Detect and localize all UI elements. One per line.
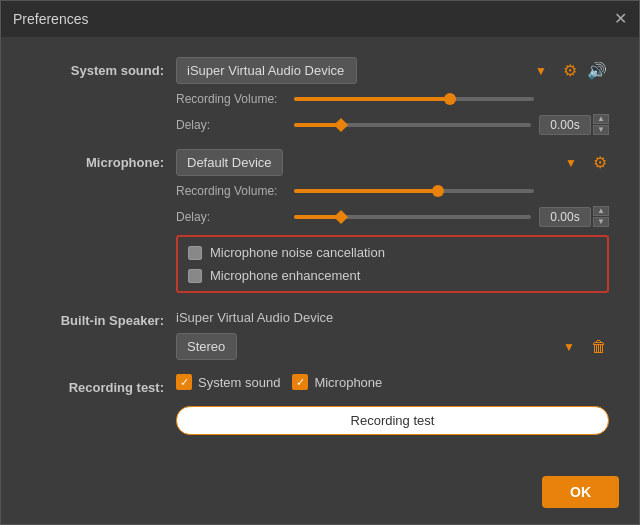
noise-cancellation-row[interactable]: Microphone noise cancellation xyxy=(188,245,597,260)
microphone-row: Microphone: Default Device ▼ ⚙ Recording… xyxy=(31,149,609,293)
system-sound-delay-label: Delay: xyxy=(176,118,286,132)
system-sound-volume-thumb xyxy=(444,93,456,105)
system-sound-delay-fill xyxy=(294,123,341,127)
system-sound-delay-up[interactable]: ▲ xyxy=(593,114,609,124)
ok-button[interactable]: OK xyxy=(542,476,619,508)
system-sound-delay-thumb xyxy=(334,117,348,131)
noise-cancellation-label: Microphone noise cancellation xyxy=(210,245,385,260)
microphone-dropdown[interactable]: Default Device xyxy=(176,149,283,176)
system-sound-check-group: ✓ System sound xyxy=(176,374,280,390)
system-sound-dropdown-wrapper: iSuper Virtual Audio Device ▼ xyxy=(176,57,555,84)
recording-test-options: ✓ System sound ✓ Microphone xyxy=(176,374,609,390)
enhancement-checkbox[interactable] xyxy=(188,269,202,283)
microphone-settings-icon[interactable]: ⚙ xyxy=(591,151,609,174)
microphone-volume-track[interactable] xyxy=(294,189,534,193)
recording-test-label: Recording test: xyxy=(31,374,176,395)
microphone-volume-thumb xyxy=(432,185,444,197)
system-sound-label: System sound: xyxy=(31,57,176,78)
microphone-checkbox[interactable]: ✓ xyxy=(292,374,308,390)
system-sound-delay-spinners: ▲ ▼ xyxy=(593,114,609,135)
system-sound-volume-label: Recording Volume: xyxy=(176,92,286,106)
microphone-delay-track[interactable] xyxy=(294,215,531,219)
title-bar: Preferences ✕ xyxy=(1,1,639,37)
built-in-speaker-label: Built-in Speaker: xyxy=(31,307,176,328)
speaker-device-name: iSuper Virtual Audio Device xyxy=(176,307,609,325)
system-sound-volume-fill xyxy=(294,97,450,101)
system-sound-delay-row: Delay: ▲ ▼ xyxy=(176,114,609,135)
system-sound-delay-track[interactable] xyxy=(294,123,531,127)
footer: OK xyxy=(542,476,619,508)
speaker-mode-dropdown-wrapper: Stereo ▼ xyxy=(176,333,583,360)
system-sound-check-label: System sound xyxy=(198,375,280,390)
built-in-speaker-row: Built-in Speaker: iSuper Virtual Audio D… xyxy=(31,307,609,360)
system-sound-delay-input[interactable] xyxy=(539,115,591,135)
system-sound-row: System sound: iSuper Virtual Audio Devic… xyxy=(31,57,609,135)
system-sound-settings-icon[interactable]: ⚙ xyxy=(561,59,579,82)
system-sound-dropdown[interactable]: iSuper Virtual Audio Device xyxy=(176,57,357,84)
recording-test-row: Recording test: ✓ System sound ✓ Microph… xyxy=(31,374,609,435)
recording-test-button[interactable]: Recording test xyxy=(176,406,609,435)
system-sound-delay-down[interactable]: ▼ xyxy=(593,125,609,135)
dialog-title: Preferences xyxy=(13,11,88,27)
microphone-delay-input[interactable] xyxy=(539,207,591,227)
microphone-dropdown-wrapper: Default Device ▼ xyxy=(176,149,585,176)
microphone-check-label: Microphone xyxy=(314,375,382,390)
close-button[interactable]: ✕ xyxy=(614,11,627,27)
microphone-volume-fill xyxy=(294,189,438,193)
system-sound-dropdown-arrow: ▼ xyxy=(535,64,547,78)
microphone-dropdown-arrow: ▼ xyxy=(565,156,577,170)
preferences-dialog: Preferences ✕ System sound: iSuper Virtu… xyxy=(0,0,640,525)
system-sound-volume-row: Recording Volume: xyxy=(176,92,609,106)
microphone-delay-row: Delay: ▲ ▼ xyxy=(176,206,609,227)
speaker-dropdown-arrow: ▼ xyxy=(563,340,575,354)
microphone-label: Microphone: xyxy=(31,149,176,170)
microphone-delay-fill xyxy=(294,215,341,219)
microphone-delay-down[interactable]: ▼ xyxy=(593,217,609,227)
microphone-volume-row: Recording Volume: xyxy=(176,184,609,198)
microphone-options-group: Microphone noise cancellation Microphone… xyxy=(176,235,609,293)
system-sound-speaker-icon[interactable]: 🔊 xyxy=(585,59,609,82)
microphone-delay-thumb xyxy=(334,209,348,223)
system-sound-volume-track[interactable] xyxy=(294,97,534,101)
microphone-volume-label: Recording Volume: xyxy=(176,184,286,198)
microphone-delay-label: Delay: xyxy=(176,210,286,224)
microphone-delay-spinners: ▲ ▼ xyxy=(593,206,609,227)
system-sound-checkbox[interactable]: ✓ xyxy=(176,374,192,390)
microphone-delay-up[interactable]: ▲ xyxy=(593,206,609,216)
speaker-mode-dropdown[interactable]: Stereo xyxy=(176,333,237,360)
enhancement-label: Microphone enhancement xyxy=(210,268,360,283)
enhancement-row[interactable]: Microphone enhancement xyxy=(188,268,597,283)
noise-cancellation-checkbox[interactable] xyxy=(188,246,202,260)
microphone-check-group: ✓ Microphone xyxy=(292,374,382,390)
speaker-delete-icon[interactable]: 🗑 xyxy=(589,336,609,358)
